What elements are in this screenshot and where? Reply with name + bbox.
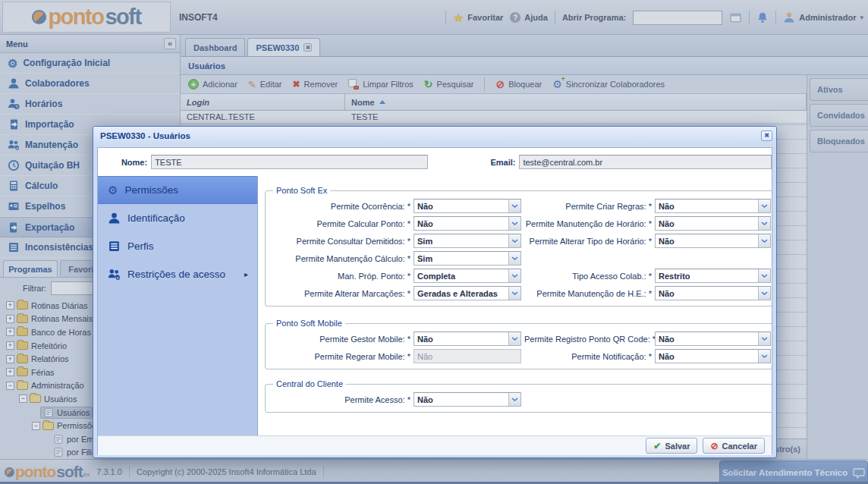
gears-icon: ⚙ xyxy=(108,184,118,196)
selected-value: Sim xyxy=(414,254,508,263)
field-label: Man. Próp. Ponto: * xyxy=(269,272,410,281)
field-label: Permite Calcular Ponto: * xyxy=(269,219,410,228)
email-label: Email: xyxy=(481,158,515,167)
cancel-icon: ⊘ xyxy=(710,441,718,451)
field-label: Permite Alterar Tipo de Horário: * xyxy=(524,237,652,246)
field-label: Tipo Acesso Colab.: * xyxy=(524,272,652,281)
selected-value: Não xyxy=(656,335,758,344)
list-icon xyxy=(108,240,121,253)
fieldset-legend: Ponto Soft Mobile xyxy=(273,319,345,328)
chevron-down-icon xyxy=(758,287,770,300)
permite-manutencao-horario-select[interactable]: Não xyxy=(655,216,771,231)
dialog-button-bar: ✔Salvar ⊘Cancelar xyxy=(98,435,772,455)
man-prop-ponto-select[interactable]: Completa xyxy=(414,269,521,283)
selected-value: Não xyxy=(414,352,520,361)
tab-label: Identificação xyxy=(127,212,185,224)
selected-value: Não xyxy=(414,335,508,344)
selected-value: Sim xyxy=(414,237,508,246)
button-label: Salvar xyxy=(665,442,690,451)
field-label: Permite Ocorrência: * xyxy=(269,202,410,211)
tab-label: Perfis xyxy=(127,240,154,252)
dialog-title: PSEW0330 - Usuários xyxy=(100,131,190,140)
selected-value: Não xyxy=(656,219,758,228)
field-label: Permite Manutenção de Horário: * xyxy=(524,219,652,228)
fieldset-ponto-soft-ex: Ponto Soft Ex Permite Ocorrência: * Não … xyxy=(265,186,772,306)
name-field[interactable] xyxy=(151,155,428,169)
fieldset-legend: Central do Cliente xyxy=(273,379,346,388)
field-label: Permite Notificação: * xyxy=(524,352,652,361)
chevron-down-icon xyxy=(508,393,520,406)
dialog-body: Nome: Email: ⚙Permissões Identificação P… xyxy=(97,147,772,454)
cancel-button[interactable]: ⊘Cancelar xyxy=(703,438,765,454)
user-identity-row: Nome: Email: xyxy=(98,148,772,176)
field-label: Permite Manutenção Cálculo: * xyxy=(269,254,410,263)
permite-criar-regras-select[interactable]: Não xyxy=(655,199,771,213)
tab-label: Restrições de acesso xyxy=(127,269,225,280)
dialog-side-tabs: ⚙Permissões Identificação Perfis Restriç… xyxy=(98,176,258,435)
chevron-down-icon xyxy=(758,217,770,230)
button-label: Cancelar xyxy=(722,442,757,451)
field-label: Permite Alterar Marcações: * xyxy=(269,289,410,298)
name-label: Nome: xyxy=(108,158,147,167)
chevron-down-icon xyxy=(508,217,520,230)
selected-value: Não xyxy=(656,289,758,298)
users-dialog: PSEW0330 - Usuários ✖ Nome: Email: ⚙Perm… xyxy=(93,126,777,458)
selected-value: Completa xyxy=(414,272,508,281)
email-field[interactable] xyxy=(519,155,772,169)
permite-registro-qr-code-select[interactable]: Não xyxy=(655,332,771,346)
field-label: Permite Registro Ponto QR Code: * xyxy=(524,335,652,344)
field-label: Permite Consultar Demitidos: * xyxy=(269,237,410,246)
permite-acesso-select[interactable]: Não xyxy=(414,392,521,407)
permissions-form: Ponto Soft Ex Permite Ocorrência: * Não … xyxy=(258,176,772,435)
selected-value: Não xyxy=(656,202,758,211)
tab-restricoes-de-acesso[interactable]: Restrições de acesso▸ xyxy=(98,260,257,288)
field-label: Permite Gestor Mobile: * xyxy=(269,335,410,344)
check-icon: ✔ xyxy=(653,441,661,451)
chevron-down-icon xyxy=(758,332,770,345)
selected-value: Não xyxy=(656,237,758,246)
chevron-down-icon xyxy=(508,200,520,212)
chevron-down-icon xyxy=(758,200,770,212)
close-icon[interactable]: ✖ xyxy=(761,130,772,141)
fieldset-central-do-cliente: Central do Cliente Permite Acesso: * Não xyxy=(265,379,772,413)
app-window: pontosoft INSOFT4 ★ Favoritar ? Ajuda Ab… xyxy=(0,0,868,484)
dialog-title-bar[interactable]: PSEW0330 - Usuários ✖ xyxy=(93,127,776,144)
chevron-down-icon xyxy=(758,234,770,247)
fieldset-legend: Ponto Soft Ex xyxy=(273,186,330,195)
tab-identificacao[interactable]: Identificação xyxy=(98,204,257,232)
field-label: Permite Regerar Mobile: * xyxy=(269,352,410,361)
field-label: Permite Criar Regras: * xyxy=(524,202,652,211)
chevron-down-icon xyxy=(508,252,520,265)
selected-value: Não xyxy=(414,219,508,228)
selected-value: Geradas e Alteradas xyxy=(414,289,508,298)
permite-consultar-demitidos-select[interactable]: Sim xyxy=(414,234,521,248)
chevron-down-icon xyxy=(508,269,520,282)
chevron-down-icon xyxy=(508,332,520,345)
permite-alterar-marcacoes-select[interactable]: Geradas e Alteradas xyxy=(414,286,521,300)
person-icon xyxy=(108,212,121,225)
permite-gestor-mobile-select[interactable]: Não xyxy=(414,332,521,346)
tab-label: Permissões xyxy=(124,184,178,196)
people-gear-icon xyxy=(108,268,121,281)
fieldset-ponto-soft-mobile: Ponto Soft Mobile Permite Gestor Mobile:… xyxy=(265,319,772,369)
save-button[interactable]: ✔Salvar xyxy=(646,438,697,454)
selected-value: Não xyxy=(414,202,508,211)
permite-alterar-tipo-horario-select[interactable]: Não xyxy=(655,234,771,248)
tab-perfis[interactable]: Perfis xyxy=(98,232,257,260)
permite-notificacao-select[interactable]: Não xyxy=(655,349,771,363)
permite-manutencao-he-select[interactable]: Não xyxy=(655,286,771,300)
chevron-down-icon xyxy=(758,350,770,363)
permite-calcular-ponto-select[interactable]: Não xyxy=(414,216,521,231)
permite-ocorrencia-select[interactable]: Não xyxy=(414,199,521,213)
chevron-down-icon xyxy=(508,234,520,247)
chevron-down-icon xyxy=(758,269,770,282)
field-label: Permite Manutenção de H.E.: * xyxy=(524,289,652,298)
tipo-acesso-colab-select[interactable]: Restrito xyxy=(655,269,771,283)
chevron-down-icon xyxy=(508,287,520,300)
selected-value: Não xyxy=(414,395,508,404)
tab-permissoes[interactable]: ⚙Permissões xyxy=(98,176,257,204)
selected-value: Restrito xyxy=(656,272,758,281)
submenu-arrow-icon: ▸ xyxy=(244,270,248,278)
permite-manutencao-calculo-select[interactable]: Sim xyxy=(414,251,521,266)
selected-value: Não xyxy=(656,352,758,361)
